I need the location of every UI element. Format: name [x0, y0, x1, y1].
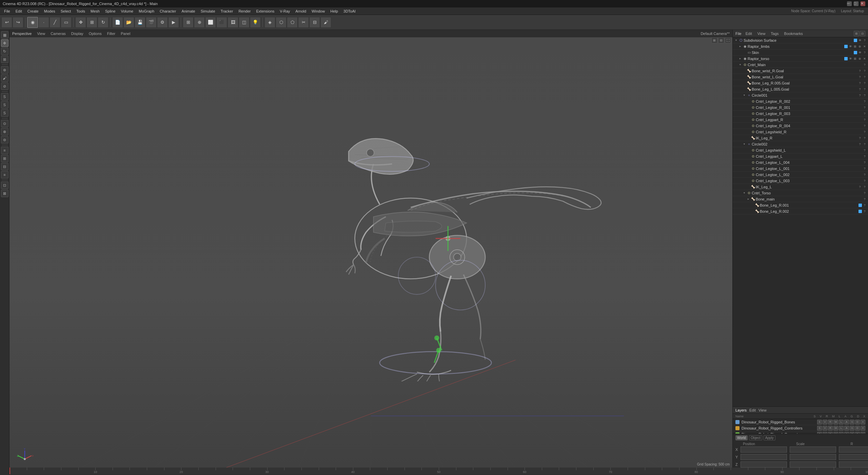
- tree-item-cntrl-legtoe-r001[interactable]: ▸ ⊙ Cntrl_Legtoe_R_001 ?: [733, 104, 868, 111]
- layer-icon-s-ctrl[interactable]: S: [817, 426, 822, 431]
- tool-rigging3[interactable]: ⊜: [1, 136, 8, 144]
- viewport-menu-options[interactable]: Options: [89, 32, 102, 36]
- layer-icon-v-ctrl[interactable]: V: [823, 426, 827, 431]
- paint-btn[interactable]: 🖌: [320, 17, 331, 28]
- tree-item-cntrl-legtoe-l004[interactable]: ▸ ⊙ Cntrl_Legtoe_L_004 ?: [733, 159, 868, 166]
- tree-item-cntrl-legshield-r[interactable]: ▸ ⊙ Cntrl_Legshield_R ?: [733, 129, 868, 135]
- tree-item-cntrl-legpart-l[interactable]: ▸ ⊙ Cntrl_Legpart_L ?: [733, 153, 868, 159]
- tree-vis-skin[interactable]: 👁: [858, 51, 862, 55]
- tree-item-cntrl-torso[interactable]: ▾ ⊙ Cntrl_Torso ?: [733, 190, 868, 196]
- viewport-menu-cameras[interactable]: Cameras: [51, 32, 66, 36]
- tree-item-cntrl-legtoe-l001[interactable]: ▸ ⊙ Cntrl_Legtoe_L_001 ?: [733, 166, 868, 172]
- shade-btn[interactable]: ⬛: [216, 17, 227, 28]
- tool-brush[interactable]: 🖌: [1, 74, 8, 82]
- snap-btn[interactable]: ⊕: [194, 17, 205, 28]
- menu-spline[interactable]: Spline: [102, 8, 118, 14]
- vp-expand-btn[interactable]: ⊞: [711, 37, 717, 43]
- vp-split-btn[interactable]: ⊟: [718, 37, 724, 43]
- tool-rigging1[interactable]: ⊙: [1, 120, 8, 127]
- coord-input-z-size[interactable]: [790, 461, 836, 468]
- knife-btn[interactable]: ✂: [298, 17, 309, 28]
- menu-create[interactable]: Create: [25, 8, 41, 14]
- tree-vis-cntrl-legpart-r[interactable]: ?: [863, 118, 867, 122]
- bridge-btn[interactable]: ⊟: [309, 17, 320, 28]
- tool-select[interactable]: ▦: [1, 31, 8, 39]
- tool-scale[interactable]: ⊞: [1, 56, 8, 63]
- xray-btn[interactable]: ◫: [239, 17, 250, 28]
- tool-move[interactable]: ✥: [1, 39, 8, 47]
- menu-3dtoai[interactable]: 3DToAI: [341, 8, 358, 14]
- tree-vis-cntrl-legtoe-r003[interactable]: ?: [863, 112, 867, 116]
- menu-modes[interactable]: Modes: [41, 8, 58, 14]
- tree-item-ik-leg-l[interactable]: ▸ 🦴 IK_Leg_L ? ?: [733, 184, 868, 190]
- tree-vis-raptor-torso[interactable]: 👁: [848, 57, 852, 61]
- obj-tab-view[interactable]: View: [756, 31, 767, 36]
- tree-lock-raptor-limbs[interactable]: ⊠: [853, 44, 857, 49]
- menu-arnold[interactable]: Arnold: [293, 8, 309, 14]
- tree-lock-raptor-torso[interactable]: ⊠: [853, 57, 857, 61]
- tree-vis-cntrl-legtoe-r002[interactable]: ?: [863, 99, 867, 103]
- tool-rigging2[interactable]: ⊗: [1, 128, 8, 135]
- menu-volume[interactable]: Volume: [118, 8, 136, 14]
- tree-vis-bone-leg-r002[interactable]: ?: [863, 209, 867, 213]
- tree-vis-circle001[interactable]: ?: [858, 93, 862, 97]
- tree-extra2-raptor-limbs[interactable]: ✕: [863, 44, 867, 49]
- tree-item-bone-leg-r005[interactable]: ▸ 🦴 Bone_Leg_R.005.Goal ? ?: [733, 80, 868, 86]
- layer-icon-x-ctrl[interactable]: X: [861, 426, 865, 431]
- tree-item-bone-leg-r002[interactable]: ▸ 🦴 Bone_Leg_R.002 ?: [733, 208, 868, 214]
- layer-icon-r-ctrl[interactable]: R: [828, 426, 833, 431]
- coord-input-y-r[interactable]: [839, 454, 868, 460]
- tool-lasso[interactable]: ⊘: [1, 82, 8, 90]
- tree-item-cntrl-legtoe-l003[interactable]: ▸ ⊙ Cntrl_Legtoe_L_003 ?: [733, 178, 868, 184]
- layer-icon-m-bones[interactable]: M: [833, 420, 838, 424]
- coord-tab-world[interactable]: World: [735, 435, 748, 440]
- tree-item-cntrl-legpart-r[interactable]: ▸ ⊙ Cntrl_Legpart_R ?: [733, 117, 868, 123]
- tree-vis-cntrl-main[interactable]: ?: [863, 63, 867, 67]
- tool-magnet[interactable]: ⊛: [1, 66, 8, 74]
- tree-item-cntrl-legtoe-l002[interactable]: ▸ ⊙ Cntrl_Legtoe_L_002 ?: [733, 172, 868, 178]
- select-model-btn[interactable]: ◉: [27, 17, 38, 28]
- tree-vis-bone-wrist-l[interactable]: ?: [858, 75, 862, 79]
- maximize-btn[interactable]: □: [854, 1, 859, 6]
- tree-arrow-circle002[interactable]: ▾: [742, 142, 746, 146]
- coord-input-z-r[interactable]: [839, 461, 868, 468]
- menu-mograph[interactable]: MoGraph: [136, 8, 157, 14]
- tree-vis-cntrl-legtoe-r001[interactable]: ?: [863, 106, 867, 110]
- tool-extra2[interactable]: ⊞: [1, 155, 8, 162]
- viewport-menu-panel[interactable]: Panel: [121, 32, 130, 36]
- tree-vis-bone-leg-r005[interactable]: ?: [858, 81, 862, 85]
- coord-tab-apply[interactable]: Apply: [764, 435, 775, 440]
- tree-arrow-raptor-limbs[interactable]: ▸: [738, 44, 742, 49]
- tree-vis-ik-leg-l[interactable]: ?: [858, 185, 862, 189]
- obj-icon1[interactable]: ⊞: [854, 31, 859, 36]
- menu-extensions[interactable]: Extensions: [253, 8, 277, 14]
- obj-tab-tags[interactable]: Tags: [769, 31, 780, 36]
- tree-extra-raptor-torso[interactable]: ⊗: [858, 57, 862, 61]
- layer-icon-s-bones[interactable]: S: [817, 420, 822, 424]
- select-edges-btn[interactable]: ╱: [50, 17, 60, 28]
- obj-tab-bookmarks[interactable]: Bookmarks: [783, 31, 804, 36]
- layer-item-bones[interactable]: Dinosaur_Robot_Rigged_Bones S V R M L A …: [733, 419, 868, 425]
- layer-icon-r-bones[interactable]: R: [828, 420, 833, 424]
- layer-icon-d-bones[interactable]: D: [855, 420, 860, 424]
- polygon-btn[interactable]: ◈: [264, 17, 275, 28]
- tree-arrow-cntrl-torso[interactable]: ▾: [742, 191, 746, 195]
- tree-vis-ik-leg-r[interactable]: ?: [858, 136, 862, 140]
- tree-item-cntrl-main[interactable]: ▾ ⊙ Cntrl_Main ?: [733, 62, 868, 68]
- render-active-btn[interactable]: ▶: [168, 17, 179, 28]
- obj-tab-edit[interactable]: Edit: [744, 31, 753, 36]
- tree-item-cntrl-legtoe-r004[interactable]: ▸ ⊙ Cntrl_Legtoe_R_004 ?: [733, 123, 868, 129]
- tree-lock-ik-leg-r[interactable]: ?: [863, 136, 867, 140]
- menu-window[interactable]: Window: [309, 8, 328, 14]
- timeline-ruler[interactable]: 0102030405060708090100: [9, 468, 868, 474]
- undo-btn[interactable]: ↩: [1, 17, 12, 28]
- tree-arrow-circle001[interactable]: ▾: [742, 93, 746, 97]
- tree-vis-cntrl-torso[interactable]: ?: [863, 191, 867, 195]
- tree-vis-subdivision[interactable]: 👁: [858, 38, 862, 42]
- coord-tab-object[interactable]: Object: [749, 435, 762, 440]
- texture-btn[interactable]: 🖼: [228, 17, 238, 28]
- tree-lock-bone-wrist-r[interactable]: ?: [863, 69, 867, 73]
- tool-edit-surface[interactable]: S: [1, 93, 8, 100]
- layer-icon-a-ctrl[interactable]: A: [844, 426, 849, 431]
- obj-icon2[interactable]: ⊟: [860, 31, 865, 36]
